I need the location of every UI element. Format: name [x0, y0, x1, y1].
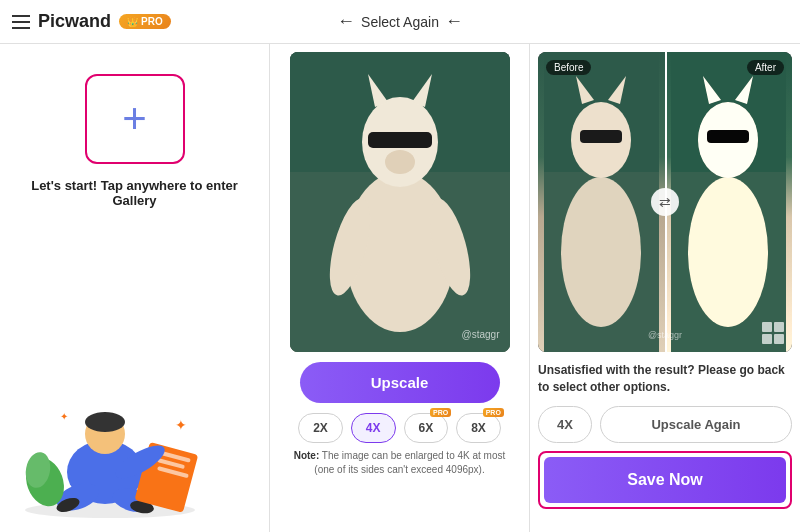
scale-4x-button[interactable]: 4X	[351, 413, 396, 443]
svg-text:✦: ✦	[175, 417, 187, 433]
after-image	[665, 52, 792, 352]
scale-2x-button[interactable]: 2X	[298, 413, 343, 443]
after-label: After	[747, 60, 784, 75]
header-left: Picwand PRO	[12, 11, 271, 32]
comparison-handle[interactable]: ⇄	[651, 188, 679, 216]
right-panel: ⇄ Before After @staggr Unsatisfied with …	[530, 44, 800, 532]
unsatisfied-text: Unsatisfied with the result? Please go b…	[538, 362, 792, 396]
app-title: Picwand	[38, 11, 111, 32]
save-now-button[interactable]: Save Now	[544, 457, 786, 503]
upscale-button[interactable]: Upscale	[300, 362, 500, 403]
scale-options: 2X 4X 6XPRO 8XPRO	[298, 413, 501, 443]
hamburger-menu[interactable]	[12, 15, 30, 29]
header-center: ← Select Again ←	[271, 11, 530, 32]
main-content: + Let's start! Tap anywhere to enter Gal…	[0, 44, 800, 532]
plus-icon: +	[122, 98, 147, 140]
pro-badge: PRO	[119, 14, 171, 29]
forward-arrow-icon[interactable]: ←	[445, 11, 463, 32]
note-body: The image can be enlarged to 4K at most …	[314, 450, 505, 475]
source-watermark: @staggr	[462, 329, 500, 340]
batman-figure	[290, 52, 510, 352]
comparison-watermark: @staggr	[648, 330, 682, 340]
source-image: @staggr	[290, 52, 510, 352]
note-label: Note:	[294, 450, 320, 461]
scale-8x-button[interactable]: 8XPRO	[456, 413, 501, 443]
left-panel: + Let's start! Tap anywhere to enter Gal…	[0, 44, 270, 532]
svg-point-3	[85, 412, 125, 432]
header: Picwand PRO ← Select Again ←	[0, 0, 800, 44]
scale-6x-button[interactable]: 6XPRO	[404, 413, 449, 443]
before-image	[538, 52, 665, 352]
comparison-image: ⇄ Before After @staggr	[538, 52, 792, 352]
middle-panel: @staggr Upscale 2X 4X 6XPRO 8XPRO Note: …	[270, 44, 530, 532]
grid-icon	[762, 322, 784, 344]
add-image-button[interactable]: +	[85, 74, 185, 164]
back-arrow-icon[interactable]: ←	[337, 11, 355, 32]
bottom-actions: 4X Upscale Again	[538, 406, 792, 443]
note-text: Note: The image can be enlarged to 4K at…	[290, 449, 510, 477]
svg-rect-33	[580, 130, 622, 143]
svg-rect-23	[368, 132, 432, 148]
result-4x-button[interactable]: 4X	[538, 406, 592, 443]
select-again-label[interactable]: Select Again	[361, 14, 439, 30]
upscale-again-button[interactable]: Upscale Again	[600, 406, 792, 443]
before-label: Before	[546, 60, 591, 75]
illustration: ✦ ✦	[10, 362, 230, 522]
gallery-hint[interactable]: Let's start! Tap anywhere to enter Galle…	[20, 178, 249, 208]
svg-point-24	[385, 150, 415, 174]
svg-rect-40	[707, 130, 749, 143]
save-now-container: Save Now	[538, 451, 792, 509]
svg-point-36	[688, 177, 768, 327]
svg-point-29	[561, 177, 641, 327]
svg-text:✦: ✦	[60, 411, 68, 422]
